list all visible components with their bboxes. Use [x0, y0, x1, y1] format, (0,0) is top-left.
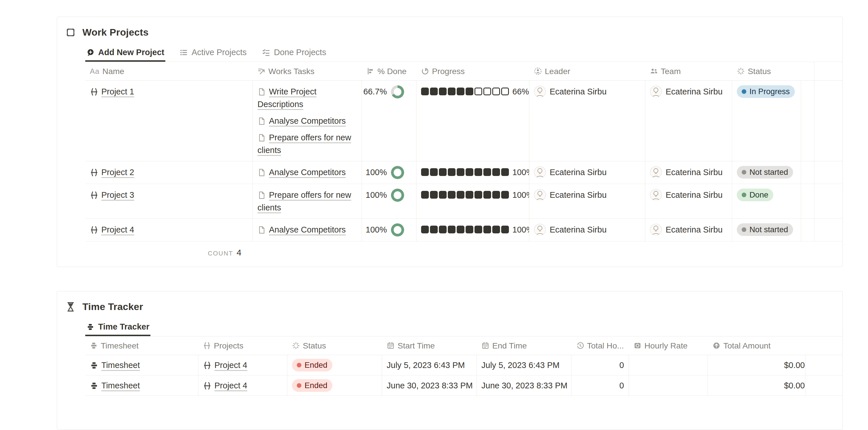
- tab-done-projects[interactable]: Done Projects: [261, 47, 327, 62]
- count-aggregate[interactable]: COUNT4: [85, 241, 253, 257]
- task-link[interactable]: Analyse Competitors: [269, 225, 346, 234]
- cell-project[interactable]: Project 4: [198, 375, 287, 396]
- cell-works-tasks[interactable]: Analyse Competitors: [253, 219, 362, 241]
- status-badge[interactable]: Not started: [737, 166, 793, 179]
- bubble-plus-icon: [86, 49, 94, 57]
- column-header-projects[interactable]: Projects: [198, 336, 287, 355]
- cell-progress[interactable]: 100%: [416, 184, 529, 218]
- timesheet-link[interactable]: Timesheet: [101, 361, 140, 370]
- cell-hourly-rate[interactable]: [629, 355, 708, 375]
- project-link[interactable]: Project 4: [101, 225, 134, 234]
- column-header-team[interactable]: Team: [645, 62, 732, 81]
- tab-active-projects[interactable]: Active Projects: [179, 47, 248, 62]
- progress-squares: [421, 88, 509, 95]
- cell-leader[interactable]: Ecaterina Sirbu: [529, 219, 645, 241]
- status-badge[interactable]: In Progress: [737, 85, 795, 98]
- avatar: [650, 86, 662, 98]
- task-link[interactable]: Analyse Competitors: [269, 167, 346, 177]
- status-badge[interactable]: Ended: [292, 379, 332, 392]
- hourglass-icon: [65, 301, 76, 312]
- cell-status[interactable]: Not started: [732, 161, 801, 184]
- cell-works-tasks[interactable]: Write Project Descriptions Analyse Compe…: [253, 81, 362, 161]
- timesheet-link[interactable]: Timesheet: [101, 381, 140, 390]
- cell-leader[interactable]: Ecaterina Sirbu: [529, 184, 645, 218]
- column-header-status[interactable]: Status: [287, 336, 382, 355]
- cell-end-time[interactable]: July 5, 2023 6:43 PM: [477, 355, 571, 375]
- cell-start-time[interactable]: July 5, 2023 6:43 PM: [382, 355, 477, 375]
- cell-status[interactable]: Done: [732, 184, 801, 218]
- cell-status[interactable]: Ended: [287, 355, 382, 375]
- cell-leader[interactable]: Ecaterina Sirbu: [529, 161, 645, 184]
- status-burst-icon: [292, 342, 300, 349]
- table-row: Timesheet Project 4 Ended July 5, 2023 6…: [85, 355, 842, 375]
- avatar: [534, 86, 546, 98]
- cell-pct-done[interactable]: 66.7%: [362, 81, 416, 161]
- cell-end-time[interactable]: June 30, 2023 8:33 PM: [477, 375, 571, 396]
- status-dot: [297, 383, 301, 388]
- cell-total-amount[interactable]: $0.00: [708, 375, 805, 396]
- column-header-total-amount[interactable]: Total Amount: [708, 336, 805, 355]
- cell-progress[interactable]: 66%: [416, 81, 529, 161]
- cell-timesheet[interactable]: Timesheet: [85, 375, 198, 396]
- status-badge[interactable]: Done: [737, 189, 773, 201]
- cell-total-hours[interactable]: 0: [571, 375, 629, 396]
- column-header-name[interactable]: AaName: [85, 62, 253, 81]
- task-link[interactable]: Prepare offers for new clients: [257, 133, 351, 155]
- cell-works-tasks[interactable]: Analyse Competitors: [253, 161, 362, 184]
- page-icon: [257, 226, 266, 234]
- cell-leader[interactable]: Ecaterina Sirbu: [529, 81, 645, 161]
- project-link[interactable]: Project 2: [101, 167, 134, 177]
- cell-team[interactable]: Ecaterina Sirbu: [645, 219, 732, 241]
- cell-status[interactable]: Not started: [732, 219, 801, 241]
- column-header-total-hours[interactable]: Total Ho...: [571, 336, 629, 355]
- cell-status[interactable]: In Progress: [732, 81, 801, 161]
- pisces-icon: [90, 191, 98, 199]
- pisces-icon: [90, 226, 98, 234]
- column-header-hourly-rate[interactable]: Hourly Rate: [629, 336, 708, 355]
- task-link[interactable]: Analyse Competitors: [269, 116, 346, 125]
- cell-timesheet[interactable]: Timesheet: [85, 355, 198, 375]
- cell-project-name[interactable]: Project 2: [85, 161, 253, 184]
- project-link[interactable]: Project 4: [214, 381, 247, 390]
- cell-pct-done[interactable]: 100%: [362, 184, 416, 218]
- column-header-leader[interactable]: Leader: [529, 62, 645, 81]
- row-stub: [801, 81, 814, 161]
- column-header-status[interactable]: Status: [732, 62, 801, 81]
- cell-total-hours[interactable]: 0: [571, 355, 629, 375]
- cell-progress[interactable]: 100%: [416, 219, 529, 241]
- column-header-start-time[interactable]: Start Time: [382, 336, 477, 355]
- project-link[interactable]: Project 4: [214, 361, 247, 370]
- cell-progress[interactable]: 100%: [416, 161, 529, 184]
- cell-hourly-rate[interactable]: [629, 375, 708, 396]
- cell-team[interactable]: Ecaterina Sirbu: [645, 184, 732, 218]
- pisces-icon: [90, 88, 98, 96]
- cell-team[interactable]: Ecaterina Sirbu: [645, 81, 732, 161]
- cell-project[interactable]: Project 4: [198, 355, 287, 375]
- status-badge[interactable]: Ended: [292, 359, 332, 371]
- cell-pct-done[interactable]: 100%: [362, 219, 416, 241]
- cell-start-time[interactable]: June 30, 2023 8:33 PM: [382, 375, 477, 396]
- task-link[interactable]: Write Project Descriptions: [257, 87, 316, 109]
- cell-team[interactable]: Ecaterina Sirbu: [645, 161, 732, 184]
- tab-time-tracker[interactable]: Time Tracker: [85, 321, 150, 336]
- cell-status[interactable]: Ended: [287, 375, 382, 396]
- cell-total-amount[interactable]: $0.00: [708, 355, 805, 375]
- time-tracker-card: Time Tracker Time Tracker Timesheet Proj…: [57, 291, 843, 430]
- column-header-works-tasks[interactable]: Works Tasks: [253, 62, 362, 81]
- column-header-progress[interactable]: Progress: [416, 62, 529, 81]
- page-icon: [257, 133, 266, 142]
- cell-project-name[interactable]: Project 3: [85, 184, 253, 218]
- cell-works-tasks[interactable]: Prepare offers for new clients: [253, 184, 362, 218]
- column-header-end-time[interactable]: End Time: [477, 336, 571, 355]
- cell-pct-done[interactable]: 100%: [362, 161, 416, 184]
- cell-project-name[interactable]: Project 4: [85, 219, 253, 241]
- task-link[interactable]: Prepare offers for new clients: [257, 190, 351, 212]
- tab-add-new-project[interactable]: Add New Project: [85, 47, 165, 62]
- project-link[interactable]: Project 1: [101, 87, 134, 96]
- cell-project-name[interactable]: Project 1: [85, 81, 253, 161]
- status-badge[interactable]: Not started: [737, 223, 793, 236]
- table-row: Project 3 Prepare offers for new clients…: [85, 184, 842, 219]
- project-link[interactable]: Project 3: [101, 190, 134, 199]
- column-header-timesheet[interactable]: Timesheet: [85, 336, 198, 355]
- column-header-pct-done[interactable]: % Done: [362, 62, 416, 81]
